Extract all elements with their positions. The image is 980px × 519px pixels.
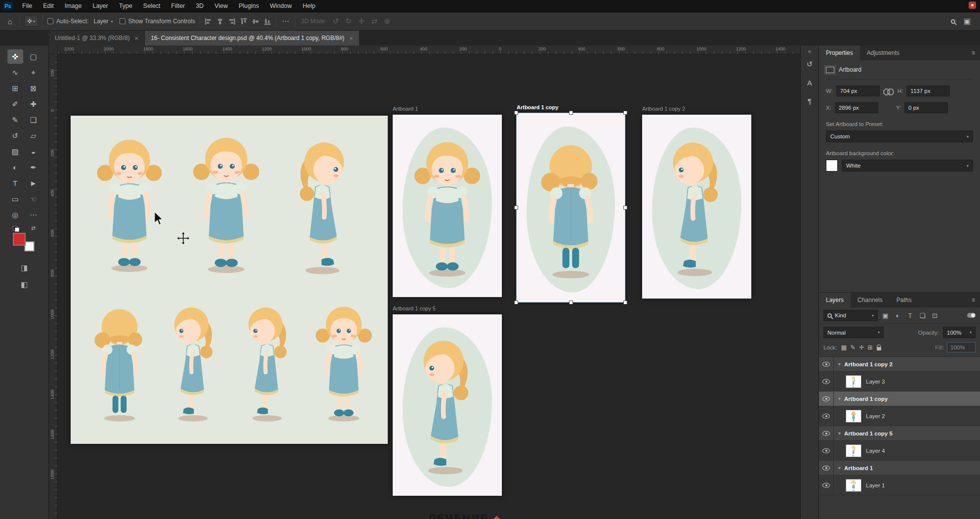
auto-select-dropdown[interactable]: Layer▾ <box>91 17 115 26</box>
frame-tool[interactable]: ⊠ <box>26 81 41 95</box>
zoom-tool[interactable]: ◎ <box>7 208 23 222</box>
visibility-toggle[interactable] <box>819 357 834 371</box>
workspace-switcher-icon[interactable]: ▣ <box>962 17 972 26</box>
chevron-down-icon[interactable]: ▾ <box>838 431 841 436</box>
menu-item-file[interactable]: File <box>17 0 38 12</box>
visibility-toggle[interactable] <box>819 441 834 460</box>
filter-pixel-layers-icon[interactable]: ▣ <box>881 312 890 319</box>
crop-tool[interactable]: ⊞ <box>7 81 23 95</box>
visibility-toggle[interactable] <box>819 426 834 440</box>
clone-stamp-tool[interactable]: ❏ <box>26 113 41 127</box>
eyedropper-tool[interactable]: ✐ <box>7 97 23 111</box>
spot-healing-brush-tool[interactable]: ✚ <box>26 97 41 111</box>
blur-tool[interactable]: ◒ <box>26 144 41 159</box>
current-tool-icon[interactable]: ✜▾ <box>24 16 38 27</box>
menu-item-3d[interactable]: 3D <box>190 0 209 12</box>
tab-channels[interactable]: Channels <box>851 293 890 307</box>
expand-panels-icon[interactable]: « <box>801 45 818 60</box>
auto-select-checkbox[interactable] <box>47 18 53 24</box>
type-tool[interactable]: T <box>7 176 23 190</box>
artboard-background-select[interactable]: White ▾ <box>842 160 973 172</box>
document-tab-untitled[interactable]: Untitled-1 @ 33.3% (RGB/8) × <box>49 31 145 45</box>
height-field[interactable]: 1137 px <box>906 86 950 96</box>
layer-row[interactable]: Layer 1 <box>819 476 980 495</box>
visibility-toggle[interactable] <box>819 391 834 406</box>
swap-colors-icon[interactable]: ⇄ <box>31 225 36 231</box>
fill-field[interactable]: 100% <box>947 342 976 352</box>
lock-position-icon[interactable]: ✛ <box>859 344 864 351</box>
visibility-toggle[interactable] <box>819 461 834 475</box>
default-colors-icon[interactable] <box>13 226 19 231</box>
panel-menu-icon[interactable]: ≡ <box>967 45 980 60</box>
chevron-down-icon[interactable]: ▾ <box>838 465 841 471</box>
align-bottom-edges-icon[interactable] <box>264 18 271 25</box>
selection-handle[interactable] <box>623 111 627 115</box>
hand-tool[interactable]: ☜ <box>26 192 41 206</box>
opacity-select[interactable]: 100% ▾ <box>943 327 976 338</box>
show-transform-checkbox[interactable] <box>120 18 125 24</box>
edit-toolbar-icon[interactable]: ⋯ <box>26 208 41 222</box>
tab-adjustments[interactable]: Adjustments <box>860 45 906 60</box>
history-brush-tool[interactable]: ↺ <box>7 129 23 143</box>
layer-row[interactable]: Layer 4 <box>819 441 980 461</box>
link-dimensions-icon[interactable] <box>883 88 894 94</box>
artboard-label-artboard-1[interactable]: Artboard 1 <box>393 106 418 112</box>
chevron-down-icon[interactable]: ▾ <box>838 396 841 401</box>
artboard-1[interactable] <box>393 115 502 297</box>
selection-handle[interactable] <box>569 301 573 304</box>
filter-smart-objects-icon[interactable]: ⊡ <box>931 312 939 319</box>
document-tab-character-design[interactable]: 16- Consistent Character design.psd @ 40… <box>145 31 360 45</box>
artboard-label-artboard-1-copy[interactable]: Artboard 1 copy <box>517 104 558 110</box>
menu-item-plugins[interactable]: Plugins <box>233 0 264 12</box>
artboard-background-swatch[interactable] <box>826 160 838 172</box>
dodge-tool[interactable]: ◐ <box>7 160 23 174</box>
y-field[interactable]: 0 px <box>904 102 948 113</box>
history-panel-icon[interactable]: ↺ <box>807 60 813 69</box>
close-icon[interactable]: × <box>135 35 139 42</box>
pen-tool[interactable]: ✒ <box>26 160 41 174</box>
artboard-label-artboard-1-copy-5[interactable]: Artboard 1 copy 5 <box>393 305 436 311</box>
home-icon[interactable]: ⌂ <box>5 17 15 26</box>
menu-item-view[interactable]: View <box>209 0 233 12</box>
panel-menu-icon[interactable]: ≡ <box>967 293 980 307</box>
gradient-tool[interactable]: ▨ <box>7 144 23 159</box>
menu-item-type[interactable]: Type <box>114 0 138 12</box>
artboard-reference-sheet[interactable] <box>71 116 388 444</box>
ruler-left[interactable]: 200020040060080010001200140016001800 <box>49 54 58 519</box>
layer-row-artboard[interactable]: ▾Artboard 1 copy 2 <box>819 357 980 372</box>
layer-row[interactable]: Layer 2 <box>819 406 980 426</box>
background-color-swatch[interactable] <box>24 241 35 252</box>
layer-row-artboard[interactable]: ▾Artboard 1 copy <box>819 391 980 406</box>
layer-row[interactable]: Layer 3 <box>819 372 980 391</box>
chevron-down-icon[interactable]: ▾ <box>838 361 841 367</box>
visibility-toggle[interactable] <box>819 476 834 495</box>
filter-type-layers-icon[interactable]: T <box>906 312 914 319</box>
visibility-toggle[interactable] <box>819 406 834 426</box>
quick-mask-icon[interactable]: ◨ <box>21 263 28 272</box>
filter-shape-layers-icon[interactable]: ❏ <box>918 312 927 319</box>
selection-handle[interactable] <box>623 301 627 304</box>
selection-handle[interactable] <box>623 206 627 210</box>
blend-mode-select[interactable]: Normal ▾ <box>823 327 884 338</box>
lock-transparent-pixels-icon[interactable]: ▦ <box>841 344 847 351</box>
x-field[interactable]: 2896 px <box>835 102 878 113</box>
visibility-toggle[interactable] <box>819 372 834 391</box>
screen-mode-icon[interactable]: ◧ <box>21 280 28 289</box>
foreground-color-swatch[interactable] <box>13 233 26 246</box>
filter-adjustment-layers-icon[interactable]: ◐ <box>894 312 902 319</box>
rectangular-marquee-tool[interactable]: ▢ <box>26 49 41 64</box>
align-left-edges-icon[interactable] <box>204 18 212 25</box>
artboard-1-copy[interactable] <box>517 113 625 302</box>
selection-handle[interactable] <box>514 206 518 210</box>
close-icon[interactable]: × <box>349 35 353 42</box>
search-icon[interactable] <box>951 19 955 24</box>
ruler-top[interactable]: 2200200018001600140012001000800600400200… <box>58 45 800 54</box>
selection-handle[interactable] <box>569 111 573 115</box>
menu-item-select[interactable]: Select <box>138 0 166 12</box>
lasso-tool[interactable]: ∿ <box>7 65 23 80</box>
selection-handle[interactable] <box>514 301 518 304</box>
more-options-icon[interactable]: ⋯ <box>281 17 290 26</box>
selection-handle[interactable] <box>514 111 518 115</box>
document-canvas[interactable]: Artboard 1 Artboard 1 copy Artboard 1 co… <box>58 54 800 519</box>
align-horizontal-centers-icon[interactable] <box>216 18 224 25</box>
